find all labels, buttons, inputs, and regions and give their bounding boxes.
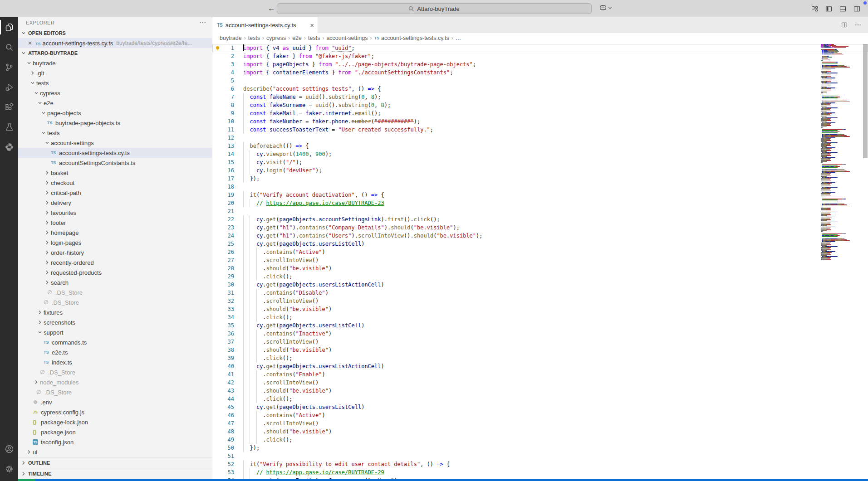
code-line[interactable]: 44 .click(); (212, 395, 868, 403)
tree-item-cypress.config.js[interactable]: JScypress.config.js (18, 407, 212, 417)
line-number[interactable]: 37 (222, 338, 234, 346)
tree-item-.ds-store[interactable]: ∅.DS_Store (18, 387, 212, 397)
code-line[interactable]: 50 }); (212, 444, 868, 452)
line-number[interactable]: 22 (222, 215, 234, 223)
split-editor-button[interactable] (841, 21, 848, 29)
line-number[interactable]: 2 (222, 52, 234, 60)
customize-layout-button[interactable] (811, 5, 819, 13)
remote-indicator[interactable] (18, 479, 35, 481)
line-number[interactable]: 51 (222, 452, 234, 460)
line-number[interactable]: 42 (222, 379, 234, 387)
tree-item-commands.ts[interactable]: TScommands.ts (18, 337, 212, 347)
line-number[interactable]: 16 (222, 166, 234, 175)
editor-scrollbar[interactable] (863, 44, 868, 158)
tree-item-fixtures[interactable]: fixtures (18, 307, 212, 317)
code-line[interactable]: 4import { containerElements } from "./ac… (212, 68, 868, 77)
code-line[interactable]: 8 const fakeSurname = uuid().substring(0… (212, 101, 868, 109)
tree-item-support[interactable]: support (18, 327, 212, 337)
code-line[interactable]: 24 cy.get("h1").contains("Users").scroll… (212, 232, 868, 240)
tree-item-ui[interactable]: ui (18, 447, 212, 457)
activity-bar-testing-icon[interactable] (0, 117, 18, 137)
line-number[interactable]: 43 (222, 387, 234, 395)
line-number[interactable]: 13 (222, 142, 234, 150)
line-number[interactable]: 54 (222, 476, 234, 479)
line-number[interactable]: 27 (222, 256, 234, 264)
copilot-menu-button[interactable] (599, 4, 612, 12)
lightbulb-icon[interactable] (212, 44, 222, 52)
code-line[interactable]: 10 const fakeNumber = faker.phone.number… (212, 117, 868, 126)
code-line[interactable]: 7 const fakeName = uuid().substring(0, 8… (212, 93, 868, 101)
toggle-primary-sidebar-button[interactable] (825, 5, 833, 13)
activity-bar-extensions-icon[interactable] (0, 97, 18, 117)
tree-item-accountsettingscontstants.ts[interactable]: TSaccountSettingsContstants.ts (18, 158, 212, 168)
tree-item-recently-ordered[interactable]: recently-ordered (18, 258, 212, 267)
line-number[interactable]: 15 (222, 158, 234, 166)
line-number[interactable]: 45 (222, 403, 234, 411)
tree-item-e2e[interactable]: e2e (18, 98, 212, 108)
code-line[interactable]: 2import { faker } from "@faker-js/faker"… (212, 52, 868, 60)
line-number[interactable]: 10 (222, 117, 234, 126)
code-line[interactable]: 26 .contains("Active") (212, 248, 868, 256)
breadcrumb-item[interactable]: e2e (292, 35, 302, 41)
tree-item-basket[interactable]: basket (18, 168, 212, 178)
code-line[interactable]: 11 const successToasterText = "User crea… (212, 126, 868, 134)
code-line[interactable]: 6describe("account settings tests", () =… (212, 85, 868, 93)
activity-bar-search-icon[interactable] (0, 37, 18, 57)
timeline-section-header[interactable]: TIMELINE (18, 468, 212, 479)
code-line[interactable]: 3import { pageObjects } from "../../page… (212, 60, 868, 68)
tree-item-screenshots[interactable]: screenshots (18, 317, 212, 327)
line-number[interactable]: 29 (222, 272, 234, 281)
line-number[interactable]: 4 (222, 68, 234, 77)
code-line[interactable]: 51 (212, 452, 868, 460)
code-line[interactable]: 1import { v4 as uuid } from "uuid"; (212, 44, 868, 52)
code-line[interactable]: 53 // https://app.qase.io/case/BUYTRADE-… (212, 468, 868, 476)
tab-close-icon[interactable]: × (310, 21, 314, 29)
tree-item-footer[interactable]: footer (18, 218, 212, 228)
code-editor[interactable]: 1import { v4 as uuid } from "uuid";2impo… (212, 43, 868, 479)
code-line[interactable]: 43 .should("be.visible") (212, 387, 868, 395)
line-number[interactable]: 53 (222, 468, 234, 476)
tree-item-cypress[interactable]: cypress (18, 88, 212, 98)
code-line[interactable]: 16 cy.login("devUser"); (212, 166, 868, 175)
tree-item-.ds-store[interactable]: ∅.DS_Store (18, 287, 212, 297)
code-line[interactable]: 29 .click(); (212, 272, 868, 281)
explorer-more-actions-button[interactable]: ⋯ (199, 19, 206, 27)
tree-item-delivery[interactable]: delivery (18, 198, 212, 208)
breadcrumb-item[interactable]: tests (248, 35, 260, 41)
code-line[interactable]: 19 it("Verify account deactivation", () … (212, 191, 868, 199)
code-line[interactable]: 5 (212, 77, 868, 85)
code-line[interactable]: 47 .scrollIntoView() (212, 419, 868, 428)
line-number[interactable]: 48 (222, 428, 234, 436)
line-number[interactable]: 1 (222, 44, 234, 52)
tree-item-e2e.ts[interactable]: TSe2e.ts (18, 347, 212, 357)
code-line[interactable]: 27 .scrollIntoView() (212, 256, 868, 264)
code-line[interactable]: 30 cy.get(pageObjects.usersListActionCel… (212, 281, 868, 289)
line-number[interactable]: 44 (222, 395, 234, 403)
tree-item-tests[interactable]: tests (18, 78, 212, 88)
line-number[interactable]: 19 (222, 191, 234, 199)
tree-item-tests[interactable]: tests (18, 128, 212, 138)
code-line[interactable]: 49 .click(); (212, 436, 868, 444)
tree-item-.git[interactable]: .git (18, 68, 212, 78)
line-number[interactable]: 32 (222, 297, 234, 305)
activity-bar-accounts-icon[interactable] (0, 439, 18, 459)
breadcrumb-item[interactable]: account-settings (326, 35, 368, 41)
tree-item-order-history[interactable]: order-history (18, 248, 212, 258)
code-line[interactable]: 34 .click(); (212, 313, 868, 321)
open-editor-item[interactable]: × TS account-settings-tests.cy.ts buytra… (18, 38, 212, 48)
tree-item-buytrade-page-objects.ts[interactable]: TSbuytrade-page-objects.ts (18, 118, 212, 128)
code-line[interactable]: 25 cy.get(pageObjects.usersListCell) (212, 240, 868, 248)
tree-item-requested-products[interactable]: requested-products (18, 267, 212, 277)
line-number[interactable]: 50 (222, 444, 234, 452)
line-number[interactable]: 8 (222, 101, 234, 109)
line-number[interactable]: 18 (222, 183, 234, 191)
line-number[interactable]: 9 (222, 109, 234, 117)
line-number[interactable]: 28 (222, 264, 234, 272)
code-line[interactable]: 21 (212, 207, 868, 215)
code-line[interactable]: 13 beforeEach(() => { (212, 142, 868, 150)
line-number[interactable]: 46 (222, 411, 234, 419)
line-number[interactable]: 34 (222, 313, 234, 321)
code-line[interactable]: 22 cy.get(pageObjects.accountSettingsLin… (212, 215, 868, 223)
code-line[interactable]: 28 .should("be.visible") (212, 264, 868, 272)
open-editors-section-header[interactable]: OPEN EDITORS (18, 28, 212, 38)
